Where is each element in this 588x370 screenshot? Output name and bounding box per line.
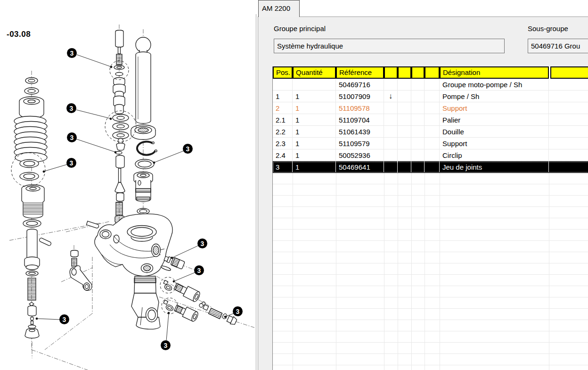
table-row[interactable]: 2.1 1 51109704 Palier	[273, 114, 588, 126]
cell-ref: 51007909	[336, 90, 384, 102]
cell-qty: 1	[293, 90, 336, 102]
cell-ref: 50052936	[336, 149, 384, 161]
panel-frame-line	[256, 14, 256, 370]
cell-designation: Pompe / Sh	[440, 90, 549, 102]
cell-ref: 51109579	[336, 138, 384, 149]
tab-model[interactable]: AM 2200	[258, 0, 300, 17]
header-cell-qty: Quantité	[293, 66, 336, 79]
cell-qty: 1	[293, 126, 336, 137]
cell-ref: 51109704	[336, 114, 384, 125]
cell-pos: 1	[273, 90, 293, 102]
table-row[interactable]: 1 1 51007909 ↓ Pompe / Sh	[273, 90, 588, 102]
cell-qty: 1	[293, 161, 336, 173]
empty-grid-area	[273, 173, 588, 370]
header-cell-pos: Pos.	[273, 66, 293, 79]
cell-qty: 1	[293, 114, 336, 125]
sous-groupe-field[interactable]: 50469716 Grou	[528, 39, 588, 53]
cell-ref: 51061439	[336, 126, 384, 137]
header-cell-designation: Désignation	[440, 66, 549, 79]
cell-qty: 1	[293, 102, 336, 114]
groupe-principal-field[interactable]: Système hydraulique	[274, 39, 505, 53]
callout-balloon[interactable]: 3	[66, 158, 76, 168]
cell-arrow	[384, 79, 398, 90]
header-cell-blank	[425, 66, 440, 79]
callout-balloon[interactable]: 3	[197, 238, 207, 248]
cell-pos: 2	[273, 102, 293, 114]
cell-ref: 50469641	[336, 161, 384, 173]
table-row[interactable]: 2.2 1 51061439 Douille	[273, 126, 588, 138]
header-cell-blank	[384, 66, 398, 79]
cell-pos: 2.1	[273, 114, 293, 125]
callout-balloon[interactable]: 3	[161, 340, 171, 350]
cell-designation: Palier	[440, 114, 549, 125]
table-row-highlighted[interactable]: 2 1 51109578 Support	[273, 102, 588, 114]
table-header-row: Pos. Quantité Référence Désignation	[273, 66, 588, 79]
exploded-diagram-drawing	[0, 0, 258, 370]
table-row[interactable]: 50469716 Groupe moto-pompe / Sh	[273, 79, 588, 90]
figure-reference: -03.08	[7, 30, 31, 39]
cell-pos: 3	[273, 161, 293, 173]
cell-designation: Groupe moto-pompe / Sh	[440, 79, 549, 90]
table-row[interactable]: 2.4 1 50052936 Circlip	[273, 149, 588, 161]
callout-balloon[interactable]: 3	[66, 103, 76, 113]
cell-qty: 1	[293, 138, 336, 149]
header-cell-blank	[411, 66, 425, 79]
cell-designation: Circlip	[440, 149, 549, 161]
cell-qty	[293, 79, 336, 90]
callout-balloon[interactable]: 3	[59, 314, 69, 324]
header-cell-blank	[398, 66, 411, 79]
callout-balloon[interactable]: 3	[67, 48, 77, 58]
groupe-principal-label: Groupe principal	[274, 25, 326, 33]
header-cell-ref: Référence	[336, 66, 384, 79]
callout-balloon[interactable]: 3	[67, 132, 77, 142]
cell-qty: 1	[293, 149, 336, 161]
header-cell-blank	[550, 66, 588, 79]
table-row-selected[interactable]: 3 1 50469641 Jeu de joints	[273, 161, 588, 173]
cell-pos: 2.4	[273, 149, 293, 161]
callout-balloon[interactable]: 3	[194, 265, 204, 275]
exploded-parts-diagram-pane: -03.08	[0, 0, 258, 370]
cell-ref: 50469716	[336, 79, 384, 90]
callout-balloon[interactable]: 3	[183, 144, 193, 154]
parts-table: Pos. Quantité Référence Désignation 5046…	[272, 66, 588, 370]
cell-pos	[273, 79, 293, 90]
cell-designation: Support	[440, 102, 549, 114]
catalog-panel: Groupe principal Sous-groupe Système hyd…	[258, 16, 588, 370]
sous-groupe-label: Sous-groupe	[528, 25, 568, 33]
cell-designation: Support	[440, 138, 549, 149]
cell-pos: 2.2	[273, 126, 293, 137]
cell-designation: Jeu de joints	[440, 161, 549, 173]
cell-ref: 51109578	[336, 102, 384, 114]
cell-pos: 2.3	[273, 138, 293, 149]
cell-designation: Douille	[440, 126, 549, 137]
table-row[interactable]: 2.3 1 51109579 Support	[273, 138, 588, 149]
down-arrow-glyph: ↓	[384, 90, 398, 102]
callout-balloon[interactable]: 3	[233, 306, 243, 316]
